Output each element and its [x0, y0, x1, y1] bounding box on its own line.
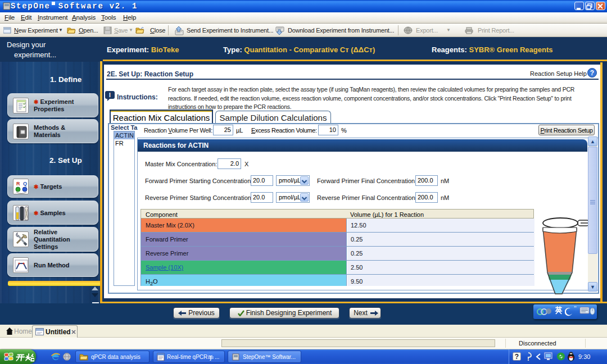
svg-text:R: R: [16, 181, 20, 186]
svg-text:?: ?: [515, 353, 519, 361]
svg-text:I: I: [109, 92, 111, 98]
svg-text:Q: Q: [23, 181, 27, 186]
svg-text:?: ?: [590, 69, 594, 77]
